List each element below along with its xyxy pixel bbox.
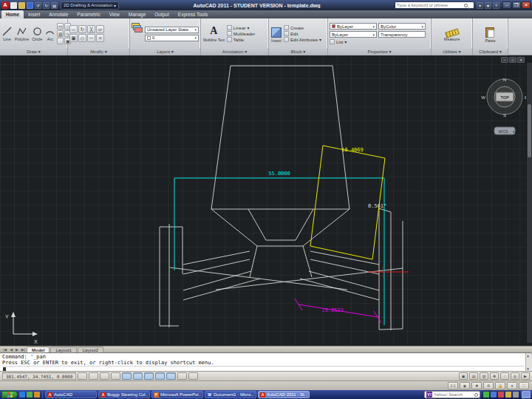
autocad-app-icon[interactable]: A (1, 1, 9, 9)
clipboard-panel-label[interactable]: Clipboard ▾ (473, 48, 508, 55)
show-desktop-button[interactable] (522, 391, 531, 398)
autoscale-button[interactable]: ✱ (471, 382, 482, 389)
draw-panel-label[interactable]: Draw ▾ (0, 48, 67, 55)
compass-south[interactable]: S (503, 113, 506, 117)
trim-tool-icon[interactable]: ╳ (87, 25, 95, 33)
insert-block-button[interactable]: Insert (270, 20, 282, 47)
close-button[interactable]: ✕ (522, 1, 531, 9)
erase-tool-icon[interactable]: ▱ (96, 25, 104, 33)
mirror-tool-icon[interactable]: ◇ (78, 34, 86, 42)
modify-panel-label[interactable]: Modify ▾ (68, 48, 129, 55)
tab-home[interactable]: Home (1, 10, 24, 18)
arc-button[interactable]: Arc (44, 20, 55, 47)
model-space-button[interactable]: ▣ (459, 372, 468, 380)
taskbar-button-autocad-2011[interactable]: A AutoCAD 2011 - St... (258, 391, 310, 398)
lineweight-dropdown[interactable]: ByColor ▾ (378, 23, 426, 30)
layer-properties-icon[interactable] (132, 23, 143, 35)
annotation-scale-button[interactable]: 1:1 (448, 382, 458, 389)
undo-button[interactable]: ↺ (35, 2, 41, 9)
quick-view-drawings-button[interactable]: ▥ (480, 372, 488, 380)
list-button[interactable]: List ▾ (330, 39, 377, 44)
lwt-toggle[interactable] (177, 372, 187, 380)
layer-dropdown[interactable]: 0 ▾ (145, 35, 199, 41)
rectangle-tool-icon[interactable]: ▭ (57, 23, 64, 30)
properties-panel-label[interactable]: Properties ▾ (328, 48, 431, 55)
taskbar-button-autocad[interactable]: A AutoCAD (45, 391, 97, 398)
antivirus-tray-icon[interactable] (483, 392, 489, 398)
restore-button[interactable]: ❐ (512, 1, 521, 9)
exchange-icon[interactable]: ✦ (477, 2, 483, 9)
dyn-toggle[interactable] (166, 372, 176, 380)
clean-screen-button[interactable]: ⛶ (519, 382, 529, 389)
minimize-button[interactable]: – (502, 1, 511, 9)
array-tool-icon[interactable]: ≡ (96, 34, 104, 42)
polyline-button[interactable]: Polyline (14, 20, 30, 47)
tab-express-tools[interactable]: Express Tools (174, 10, 212, 18)
fillet-tool-icon[interactable]: ─ (87, 34, 95, 42)
taskbar-button-buggy-steering[interactable]: A Buggy Steering Col... (98, 391, 150, 398)
transparency-control[interactable]: Transparency (378, 31, 426, 38)
qp-toggle[interactable] (188, 372, 198, 380)
search-icon[interactable] (474, 393, 478, 397)
volume-tray-icon[interactable] (513, 392, 519, 398)
linetype-dropdown[interactable]: ByLayer ▾ (330, 31, 377, 38)
status-tray-menu-button[interactable]: ▾ (507, 382, 517, 389)
quick-view-layouts-button[interactable]: ▤ (469, 372, 478, 380)
scrollbar-thumb[interactable] (528, 104, 531, 157)
redo-button[interactable]: ↻ (43, 2, 50, 9)
ducs-toggle[interactable] (155, 372, 165, 380)
favorites-icon[interactable]: ★ (485, 2, 491, 9)
zoom-button[interactable]: ○ (500, 372, 509, 380)
line-button[interactable]: Line (1, 20, 13, 47)
workspace-switching-button[interactable]: ⚙ (483, 382, 494, 389)
create-block-button[interactable]: Create (284, 25, 321, 30)
search-icon[interactable] (464, 4, 468, 7)
edit-attributes-button[interactable]: Edit Attributes ▾ (284, 37, 321, 42)
workspace-dropdown[interactable]: 2D Drafting & Annotation ▾ (61, 1, 119, 10)
taskbar-button-word[interactable]: W Document1 - Micro... (205, 391, 256, 398)
compass-north[interactable]: N (503, 78, 506, 82)
yahoo-search-box[interactable]: Y! (424, 391, 480, 398)
infer-toggle[interactable] (78, 372, 87, 380)
grid-toggle[interactable] (100, 372, 109, 380)
plot-button[interactable]: ▤ (51, 2, 58, 9)
layer-state-dropdown[interactable]: Unsaved Layer State ▾ (145, 27, 199, 33)
coordinates-display[interactable]: 301.4547, 34.7451, 0.0000 (2, 372, 76, 380)
new-file-button[interactable] (10, 2, 17, 9)
drawing-restore-button[interactable]: □ (509, 57, 516, 63)
paste-button[interactable]: Paste (484, 20, 496, 47)
command-scrollbar[interactable] (525, 353, 532, 371)
layout-nav-next-icon[interactable]: ▶ (14, 347, 20, 352)
copy-tool-icon[interactable]: ▣ (69, 34, 78, 42)
linear-dimension-button[interactable]: Linear ▾ (227, 25, 255, 30)
viewcube-compass[interactable]: TOP N S W E WCS ▾ (481, 78, 528, 134)
tab-output[interactable]: Output (150, 10, 174, 18)
quicklaunch-media-icon[interactable] (34, 392, 40, 398)
circle-button[interactable]: Circle (31, 20, 43, 47)
infocenter-search[interactable] (395, 1, 474, 9)
annotation-visibility-button[interactable]: ◉ (460, 382, 470, 389)
steering-wheel-button[interactable]: ◎ (511, 372, 519, 380)
layers-panel-label[interactable]: Layers ▾ (130, 48, 200, 55)
yahoo-search-input[interactable] (434, 392, 472, 397)
annotation-panel-label[interactable]: Annotation ▾ (201, 48, 268, 55)
ortho-toggle[interactable] (111, 372, 120, 380)
compass-west[interactable]: W (481, 95, 485, 100)
show-motion-button[interactable]: ▶ (521, 372, 530, 380)
save-button[interactable] (27, 2, 33, 9)
table-button[interactable]: Table (227, 37, 255, 42)
hatch-tool-icon[interactable]: ▨ (57, 30, 64, 37)
edit-block-button[interactable]: Edit (284, 31, 321, 36)
move-tool-icon[interactable]: ↔ (69, 25, 78, 33)
help-icon[interactable]: ? (493, 2, 499, 9)
multiline-text-button[interactable]: A Multiline Text (202, 20, 225, 47)
command-window[interactable]: Command: '_pan Press ESC or ENTER to exi… (0, 352, 532, 371)
quicklaunch-desktop-icon[interactable] (27, 392, 33, 398)
drawing-close-button[interactable]: ✕ (517, 57, 525, 63)
viewcube-top-face[interactable]: TOP (500, 95, 509, 100)
layout-nav-last-icon[interactable]: ▶| (20, 347, 27, 352)
otrack-toggle[interactable] (144, 372, 154, 380)
pan-button[interactable]: ✥ (490, 372, 499, 380)
point-tool-icon[interactable]: · (57, 38, 64, 44)
block-panel-label[interactable]: Block ▾ (269, 48, 327, 55)
